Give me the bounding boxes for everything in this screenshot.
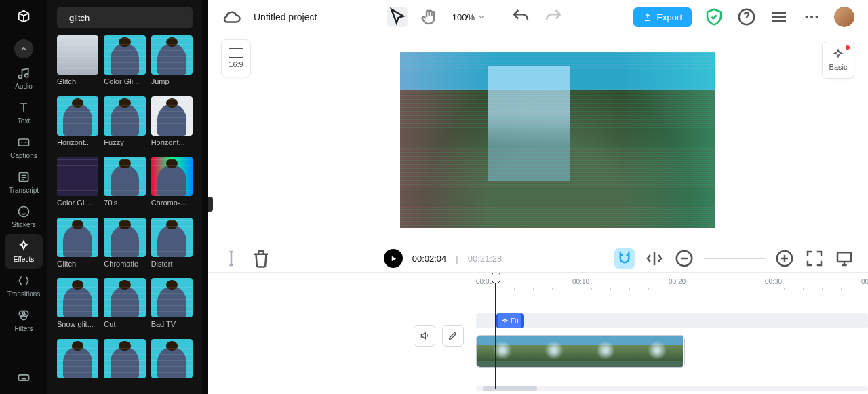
- left-nav-rail: AudioTextCaptionsTranscriptStickersEffec…: [0, 0, 47, 394]
- sparkle-icon: [501, 317, 509, 325]
- nav-captions[interactable]: Captions: [5, 130, 43, 165]
- aspect-ratio-button[interactable]: 16:9: [221, 39, 251, 77]
- project-title[interactable]: Untitled project: [254, 12, 317, 22]
- effect-item[interactable]: Color Gli...: [57, 157, 98, 214]
- basic-panel-button[interactable]: Basic: [822, 41, 854, 79]
- split-icon[interactable]: [644, 248, 665, 269]
- svg-rect-14: [837, 252, 851, 262]
- video-clip[interactable]: [476, 335, 685, 368]
- preview-canvas[interactable]: [400, 52, 715, 228]
- search-input-wrap: [57, 7, 193, 28]
- app-logo[interactable]: [13, 5, 35, 27]
- text-cursor-icon[interactable]: [221, 248, 241, 269]
- effect-item[interactable]: Color Gli...: [104, 35, 145, 92]
- zoom-in-button[interactable]: [774, 248, 795, 269]
- captions-icon: [17, 136, 31, 149]
- nav-stickers[interactable]: Stickers: [5, 199, 43, 234]
- effect-item[interactable]: Glitch: [57, 218, 98, 275]
- help-icon[interactable]: [736, 7, 757, 27]
- effect-item[interactable]: Horizont...: [151, 96, 193, 153]
- effect-item[interactable]: Snow glit...: [57, 278, 98, 335]
- svg-point-5: [21, 314, 26, 319]
- zoom-out-button[interactable]: [674, 248, 694, 269]
- fullscreen-icon[interactable]: [804, 248, 825, 269]
- svg-rect-0: [19, 139, 29, 146]
- play-button[interactable]: [384, 249, 403, 268]
- stickers-icon: [17, 205, 31, 218]
- ruler-tick-label: 00:10: [572, 278, 589, 285]
- svg-point-11: [816, 16, 818, 18]
- topbar: Untitled project 100% Export: [208, 0, 868, 34]
- effect-item[interactable]: Distort: [151, 218, 193, 275]
- avatar[interactable]: [834, 7, 854, 27]
- time-current: 00:02:04: [412, 254, 447, 264]
- nav-text[interactable]: Text: [5, 96, 43, 130]
- edit-track-button[interactable]: [442, 325, 464, 347]
- zoom-slider[interactable]: [704, 258, 765, 259]
- export-icon: [643, 12, 652, 22]
- timeline-scroll[interactable]: [476, 386, 868, 391]
- search-input[interactable]: [69, 13, 183, 23]
- text-icon: [17, 101, 31, 115]
- chevron-down-icon: [477, 13, 486, 21]
- keyboard-icon[interactable]: [5, 366, 43, 390]
- undo-button[interactable]: [511, 7, 531, 27]
- effect-item[interactable]: Glitch: [57, 35, 98, 92]
- ruler-tick-label: 00:00: [476, 278, 493, 285]
- svg-point-2: [19, 207, 29, 217]
- timeline-ruler[interactable]: 00:0000:1000:2000:3000:4000:5001:00: [476, 273, 868, 293]
- effect-track-bg: [476, 313, 868, 328]
- effect-item[interactable]: Cut: [104, 278, 145, 335]
- effect-item[interactable]: 70's: [104, 157, 145, 214]
- main-area: Untitled project 100% Export 16:9: [208, 0, 868, 394]
- magnet-icon[interactable]: [614, 248, 635, 269]
- filters-icon: [17, 309, 31, 322]
- transitions-icon: [17, 274, 31, 288]
- effect-item[interactable]: Chromatic: [104, 218, 145, 275]
- svg-rect-6: [19, 375, 29, 380]
- nav-transcript[interactable]: Transcript: [5, 165, 43, 199]
- effect-clip[interactable]: Fu: [496, 313, 524, 328]
- effects-icon: [17, 239, 31, 253]
- mute-track-button[interactable]: [414, 325, 435, 347]
- nav-transitions[interactable]: Transitions: [5, 269, 43, 303]
- effect-item[interactable]: Horizont...: [57, 96, 98, 153]
- effect-item[interactable]: Chromo-...: [151, 157, 193, 214]
- zoom-select[interactable]: 100%: [452, 12, 486, 22]
- nav-filters[interactable]: Filters: [5, 303, 43, 338]
- hand-tool[interactable]: [420, 7, 440, 27]
- audio-icon: [17, 66, 31, 80]
- ruler-tick-label: 00:20: [669, 278, 686, 285]
- playhead[interactable]: [495, 274, 496, 389]
- effect-item[interactable]: [104, 339, 145, 388]
- effects-grid: GlitchColor Gli...JumpHorizont...FuzzyHo…: [47, 35, 202, 394]
- ruler-tick-label: 00:30: [765, 278, 782, 285]
- pointer-tool[interactable]: [387, 7, 408, 27]
- ruler-tick-label: 00:40: [861, 278, 868, 285]
- more-icon[interactable]: [802, 7, 822, 27]
- nav-collapse-icon[interactable]: [14, 39, 33, 58]
- presentation-icon[interactable]: [834, 248, 854, 269]
- effect-item[interactable]: Bad TV: [151, 278, 193, 335]
- nav-effects[interactable]: Effects: [5, 234, 43, 269]
- effect-item[interactable]: [151, 339, 193, 388]
- export-button[interactable]: Export: [633, 7, 692, 27]
- transcript-icon: [17, 170, 31, 184]
- svg-point-10: [810, 16, 813, 18]
- panel-divider[interactable]: [202, 0, 208, 394]
- effect-item[interactable]: Jump: [151, 35, 193, 92]
- effects-panel: GlitchColor Gli...JumpHorizont...FuzzyHo…: [47, 0, 202, 394]
- redo-button[interactable]: [543, 7, 564, 27]
- effect-item[interactable]: [57, 339, 98, 388]
- effect-item[interactable]: Fuzzy: [104, 96, 145, 153]
- timeline-tracks[interactable]: 00:0000:1000:2000:3000:4000:5001:00 Fu: [476, 273, 868, 394]
- time-separator: |: [456, 254, 458, 264]
- time-total: 00:21:28: [468, 254, 502, 264]
- timeline: 00:0000:1000:2000:3000:4000:5001:00 Fu: [208, 272, 868, 394]
- layers-icon[interactable]: [769, 7, 789, 27]
- shield-icon[interactable]: [704, 7, 724, 27]
- cloud-sync-icon[interactable]: [221, 7, 241, 27]
- playback-controls: 00:02:04 | 00:21:28: [208, 245, 868, 272]
- delete-button[interactable]: [251, 248, 271, 269]
- nav-audio[interactable]: Audio: [5, 61, 43, 96]
